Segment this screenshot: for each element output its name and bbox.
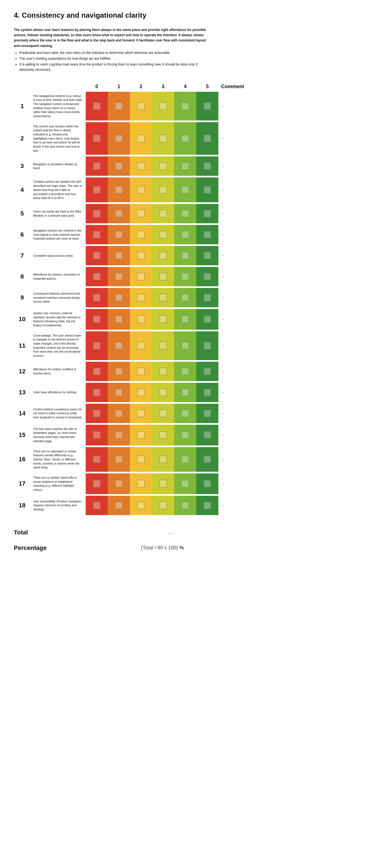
row-11-col-5[interactable] bbox=[196, 331, 218, 360]
checkbox-13-3[interactable] bbox=[159, 389, 167, 396]
row-4-col-3[interactable] bbox=[152, 178, 174, 202]
checkbox-9-0[interactable] bbox=[93, 294, 100, 302]
row-5-col-3[interactable] bbox=[152, 204, 174, 223]
checkbox-13-2[interactable] bbox=[137, 389, 145, 396]
row-4-col-5[interactable] bbox=[196, 178, 218, 202]
checkbox-11-4[interactable] bbox=[181, 342, 189, 349]
checkbox-8-1[interactable] bbox=[115, 273, 123, 280]
row-8-col-3[interactable] bbox=[152, 267, 174, 286]
row-8-col-0[interactable] bbox=[86, 267, 108, 286]
checkbox-14-1[interactable] bbox=[115, 409, 123, 417]
row-11-col-4[interactable] bbox=[174, 331, 196, 360]
checkbox-13-4[interactable] bbox=[181, 389, 189, 396]
row-3-col-2[interactable] bbox=[130, 156, 152, 176]
checkbox-4-0[interactable] bbox=[93, 186, 100, 194]
checkbox-15-1[interactable] bbox=[115, 431, 123, 439]
row-3-col-4[interactable] bbox=[174, 156, 196, 176]
checkbox-3-2[interactable] bbox=[137, 162, 145, 170]
row-14-col-0[interactable] bbox=[86, 404, 108, 423]
row-4-col-0[interactable] bbox=[86, 178, 108, 202]
row-7-col-0[interactable] bbox=[86, 246, 108, 265]
checkbox-8-4[interactable] bbox=[181, 273, 189, 280]
row-5-col-5[interactable] bbox=[196, 204, 218, 223]
checkbox-5-5[interactable] bbox=[204, 210, 211, 217]
row-17-col-3[interactable] bbox=[152, 473, 174, 494]
row-13-col-0[interactable] bbox=[86, 383, 108, 402]
checkbox-15-0[interactable] bbox=[93, 431, 100, 439]
checkbox-5-2[interactable] bbox=[137, 210, 145, 217]
row-2-col-2[interactable] bbox=[130, 122, 152, 155]
checkbox-16-4[interactable] bbox=[181, 456, 189, 463]
row-16-col-2[interactable] bbox=[130, 447, 152, 472]
checkbox-18-5[interactable] bbox=[204, 502, 211, 509]
checkbox-3-4[interactable] bbox=[181, 162, 189, 170]
row-1-col-0[interactable] bbox=[86, 92, 108, 121]
checkbox-7-3[interactable] bbox=[159, 252, 167, 259]
checkbox-17-3[interactable] bbox=[159, 480, 167, 488]
row-10-col-1[interactable] bbox=[108, 309, 130, 330]
row-8-col-1[interactable] bbox=[108, 267, 130, 286]
checkbox-1-4[interactable] bbox=[181, 102, 189, 110]
checkbox-3-1[interactable] bbox=[115, 162, 123, 170]
checkbox-17-0[interactable] bbox=[93, 480, 100, 488]
checkbox-11-5[interactable] bbox=[204, 342, 211, 349]
checkbox-9-5[interactable] bbox=[204, 294, 211, 302]
row-11-col-1[interactable] bbox=[108, 331, 130, 360]
row-2-col-3[interactable] bbox=[152, 122, 174, 155]
row-17-col-2[interactable] bbox=[130, 473, 152, 494]
row-9-col-1[interactable] bbox=[108, 288, 130, 307]
checkbox-3-5[interactable] bbox=[204, 162, 211, 170]
row-2-col-1[interactable] bbox=[108, 122, 130, 155]
row-18-col-0[interactable] bbox=[86, 496, 108, 515]
checkbox-2-1[interactable] bbox=[115, 134, 123, 142]
row-14-col-5[interactable] bbox=[196, 404, 218, 423]
checkbox-17-2[interactable] bbox=[137, 480, 145, 488]
checkbox-1-5[interactable] bbox=[204, 102, 211, 110]
row-6-col-3[interactable] bbox=[152, 225, 174, 244]
row-7-col-3[interactable] bbox=[152, 246, 174, 265]
row-14-col-2[interactable] bbox=[130, 404, 152, 423]
row-11-col-0[interactable] bbox=[86, 331, 108, 360]
checkbox-18-3[interactable] bbox=[159, 502, 167, 509]
checkbox-16-5[interactable] bbox=[204, 456, 211, 463]
row-18-col-4[interactable] bbox=[174, 496, 196, 515]
row-18-col-2[interactable] bbox=[130, 496, 152, 515]
row-2-col-0[interactable] bbox=[86, 122, 108, 155]
checkbox-15-5[interactable] bbox=[204, 431, 211, 439]
checkbox-12-3[interactable] bbox=[159, 368, 167, 375]
row-16-col-0[interactable] bbox=[86, 447, 108, 472]
checkbox-10-0[interactable] bbox=[93, 315, 100, 323]
checkbox-1-2[interactable] bbox=[137, 102, 145, 110]
checkbox-15-4[interactable] bbox=[181, 431, 189, 439]
checkbox-11-2[interactable] bbox=[137, 342, 145, 349]
checkbox-12-0[interactable] bbox=[93, 368, 100, 375]
checkbox-18-1[interactable] bbox=[115, 502, 123, 509]
checkbox-17-4[interactable] bbox=[181, 480, 189, 488]
row-18-col-5[interactable] bbox=[196, 496, 218, 515]
row-1-col-2[interactable] bbox=[130, 92, 152, 121]
checkbox-3-3[interactable] bbox=[159, 162, 167, 170]
checkbox-13-0[interactable] bbox=[93, 389, 100, 396]
checkbox-5-4[interactable] bbox=[181, 210, 189, 217]
row-15-col-3[interactable] bbox=[152, 425, 174, 445]
checkbox-7-2[interactable] bbox=[137, 252, 145, 259]
row-12-col-1[interactable] bbox=[108, 362, 130, 381]
checkbox-10-2[interactable] bbox=[137, 315, 145, 323]
checkbox-18-0[interactable] bbox=[93, 502, 100, 509]
checkbox-18-2[interactable] bbox=[137, 502, 145, 509]
row-3-col-1[interactable] bbox=[108, 156, 130, 176]
checkbox-8-3[interactable] bbox=[159, 273, 167, 280]
row-12-col-4[interactable] bbox=[174, 362, 196, 381]
row-1-col-5[interactable] bbox=[196, 92, 218, 121]
row-8-col-5[interactable] bbox=[196, 267, 218, 286]
row-9-col-2[interactable] bbox=[130, 288, 152, 307]
checkbox-2-3[interactable] bbox=[159, 134, 167, 142]
row-13-col-2[interactable] bbox=[130, 383, 152, 402]
row-2-col-5[interactable] bbox=[196, 122, 218, 155]
checkbox-16-3[interactable] bbox=[159, 456, 167, 463]
row-6-col-2[interactable] bbox=[130, 225, 152, 244]
row-7-col-1[interactable] bbox=[108, 246, 130, 265]
checkbox-7-4[interactable] bbox=[181, 252, 189, 259]
row-3-col-3[interactable] bbox=[152, 156, 174, 176]
checkbox-7-5[interactable] bbox=[204, 252, 211, 259]
